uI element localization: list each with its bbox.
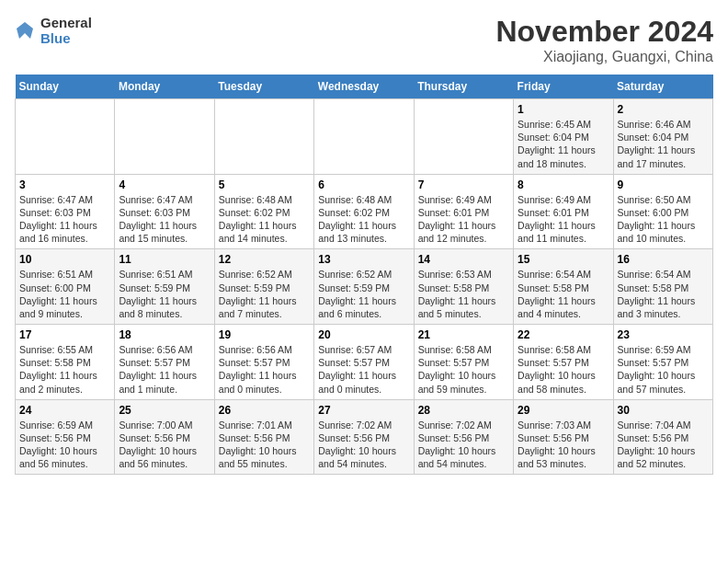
- day-info: Sunrise: 6:56 AM Sunset: 5:57 PM Dayligh…: [219, 343, 310, 396]
- svg-marker-0: [17, 22, 33, 39]
- day-number: 20: [318, 328, 409, 341]
- day-number: 9: [618, 178, 709, 191]
- calendar-cell: [314, 99, 414, 175]
- day-number: 5: [219, 178, 310, 191]
- calendar-cell: [414, 99, 513, 175]
- day-number: 12: [219, 253, 310, 266]
- day-info: Sunrise: 6:54 AM Sunset: 5:58 PM Dayligh…: [618, 268, 709, 320]
- calendar-cell: 8Sunrise: 6:49 AM Sunset: 6:01 PM Daylig…: [514, 174, 613, 249]
- day-info: Sunrise: 6:59 AM Sunset: 5:57 PM Dayligh…: [618, 343, 709, 396]
- logo-bird-icon: [15, 20, 35, 40]
- day-number: 14: [418, 253, 509, 266]
- logo: General Blue: [15, 15, 92, 47]
- calendar-week-2: 3Sunrise: 6:47 AM Sunset: 6:03 PM Daylig…: [16, 174, 713, 249]
- calendar-cell: [214, 99, 313, 175]
- day-info: Sunrise: 6:58 AM Sunset: 5:57 PM Dayligh…: [518, 343, 609, 396]
- calendar-cell: [16, 99, 115, 175]
- calendar-cell: 9Sunrise: 6:50 AM Sunset: 6:00 PM Daylig…: [613, 174, 712, 249]
- calendar-header: SundayMondayTuesdayWednesdayThursdayFrid…: [16, 75, 713, 99]
- day-info: Sunrise: 6:50 AM Sunset: 6:00 PM Dayligh…: [618, 193, 709, 246]
- day-number: 4: [119, 178, 210, 191]
- calendar-cell: 15Sunrise: 6:54 AM Sunset: 5:58 PM Dayli…: [514, 249, 613, 325]
- day-info: Sunrise: 6:47 AM Sunset: 6:03 PM Dayligh…: [19, 193, 110, 246]
- day-info: Sunrise: 6:56 AM Sunset: 5:57 PM Dayligh…: [119, 343, 210, 396]
- calendar-cell: 21Sunrise: 6:58 AM Sunset: 5:57 PM Dayli…: [414, 325, 513, 400]
- header-cell-friday: Friday: [514, 75, 613, 99]
- calendar-cell: 12Sunrise: 6:52 AM Sunset: 5:59 PM Dayli…: [214, 249, 313, 325]
- day-info: Sunrise: 6:51 AM Sunset: 6:00 PM Dayligh…: [19, 268, 110, 320]
- header-cell-monday: Monday: [115, 75, 214, 99]
- calendar-cell: 2Sunrise: 6:46 AM Sunset: 6:04 PM Daylig…: [613, 99, 712, 175]
- day-number: 7: [418, 178, 509, 191]
- day-info: Sunrise: 7:02 AM Sunset: 5:56 PM Dayligh…: [318, 419, 409, 471]
- calendar-week-3: 10Sunrise: 6:51 AM Sunset: 6:00 PM Dayli…: [16, 249, 713, 325]
- day-info: Sunrise: 6:47 AM Sunset: 6:03 PM Dayligh…: [119, 193, 210, 246]
- day-number: 11: [119, 253, 210, 266]
- calendar-cell: 10Sunrise: 6:51 AM Sunset: 6:00 PM Dayli…: [16, 249, 115, 325]
- day-number: 6: [318, 178, 409, 191]
- calendar-cell: 6Sunrise: 6:48 AM Sunset: 6:02 PM Daylig…: [314, 174, 414, 249]
- day-number: 17: [19, 328, 110, 341]
- day-info: Sunrise: 6:46 AM Sunset: 6:04 PM Dayligh…: [618, 118, 709, 170]
- day-info: Sunrise: 6:52 AM Sunset: 5:59 PM Dayligh…: [318, 268, 409, 320]
- calendar-cell: 23Sunrise: 6:59 AM Sunset: 5:57 PM Dayli…: [613, 325, 712, 400]
- header-cell-tuesday: Tuesday: [214, 75, 313, 99]
- calendar-cell: 19Sunrise: 6:56 AM Sunset: 5:57 PM Dayli…: [214, 325, 313, 400]
- logo-text-general: General: [40, 15, 92, 30]
- calendar-cell: 4Sunrise: 6:47 AM Sunset: 6:03 PM Daylig…: [115, 174, 214, 249]
- calendar-cell: 25Sunrise: 7:00 AM Sunset: 5:56 PM Dayli…: [115, 399, 214, 475]
- calendar-cell: 27Sunrise: 7:02 AM Sunset: 5:56 PM Dayli…: [314, 399, 414, 475]
- day-info: Sunrise: 6:51 AM Sunset: 5:59 PM Dayligh…: [119, 268, 210, 320]
- day-number: 26: [219, 404, 310, 417]
- day-number: 1: [518, 103, 609, 116]
- calendar-week-4: 17Sunrise: 6:55 AM Sunset: 5:58 PM Dayli…: [16, 325, 713, 400]
- day-number: 8: [518, 178, 609, 191]
- calendar-cell: 5Sunrise: 6:48 AM Sunset: 6:02 PM Daylig…: [214, 174, 313, 249]
- day-info: Sunrise: 7:00 AM Sunset: 5:56 PM Dayligh…: [119, 419, 210, 471]
- day-number: 3: [19, 178, 110, 191]
- day-info: Sunrise: 6:57 AM Sunset: 5:57 PM Dayligh…: [318, 343, 409, 396]
- logo-graphic: [15, 20, 35, 40]
- day-info: Sunrise: 6:59 AM Sunset: 5:56 PM Dayligh…: [19, 419, 110, 471]
- calendar-cell: 17Sunrise: 6:55 AM Sunset: 5:58 PM Dayli…: [16, 325, 115, 400]
- day-info: Sunrise: 6:45 AM Sunset: 6:04 PM Dayligh…: [518, 118, 609, 170]
- day-number: 15: [518, 253, 609, 266]
- day-number: 29: [518, 404, 609, 417]
- day-number: 10: [19, 253, 110, 266]
- header-row: SundayMondayTuesdayWednesdayThursdayFrid…: [16, 75, 713, 99]
- day-info: Sunrise: 7:02 AM Sunset: 5:56 PM Dayligh…: [418, 419, 509, 471]
- day-number: 27: [318, 404, 409, 417]
- day-info: Sunrise: 6:54 AM Sunset: 5:58 PM Dayligh…: [518, 268, 609, 320]
- header-cell-thursday: Thursday: [414, 75, 513, 99]
- calendar-cell: 18Sunrise: 6:56 AM Sunset: 5:57 PM Dayli…: [115, 325, 214, 400]
- calendar-cell: 14Sunrise: 6:53 AM Sunset: 5:58 PM Dayli…: [414, 249, 513, 325]
- calendar-cell: 20Sunrise: 6:57 AM Sunset: 5:57 PM Dayli…: [314, 325, 414, 400]
- day-info: Sunrise: 6:52 AM Sunset: 5:59 PM Dayligh…: [219, 268, 310, 320]
- day-number: 21: [418, 328, 509, 341]
- calendar-cell: 29Sunrise: 7:03 AM Sunset: 5:56 PM Dayli…: [514, 399, 613, 475]
- day-number: 2: [618, 103, 709, 116]
- day-number: 18: [119, 328, 210, 341]
- day-number: 24: [19, 404, 110, 417]
- calendar-subtitle: Xiaojiang, Guangxi, China: [495, 49, 713, 65]
- day-info: Sunrise: 6:48 AM Sunset: 6:02 PM Dayligh…: [318, 193, 409, 246]
- day-number: 19: [219, 328, 310, 341]
- day-info: Sunrise: 6:49 AM Sunset: 6:01 PM Dayligh…: [518, 193, 609, 246]
- day-number: 23: [618, 328, 709, 341]
- calendar-cell: 28Sunrise: 7:02 AM Sunset: 5:56 PM Dayli…: [414, 399, 513, 475]
- day-info: Sunrise: 7:03 AM Sunset: 5:56 PM Dayligh…: [518, 419, 609, 471]
- calendar-title: November 2024: [495, 15, 713, 49]
- day-number: 30: [618, 404, 709, 417]
- calendar-body: 1Sunrise: 6:45 AM Sunset: 6:04 PM Daylig…: [16, 99, 713, 475]
- day-number: 13: [318, 253, 409, 266]
- calendar-cell: 1Sunrise: 6:45 AM Sunset: 6:04 PM Daylig…: [514, 99, 613, 175]
- calendar-cell: 16Sunrise: 6:54 AM Sunset: 5:58 PM Dayli…: [613, 249, 712, 325]
- calendar-week-1: 1Sunrise: 6:45 AM Sunset: 6:04 PM Daylig…: [16, 99, 713, 175]
- day-info: Sunrise: 6:55 AM Sunset: 5:58 PM Dayligh…: [19, 343, 110, 396]
- header-cell-saturday: Saturday: [613, 75, 712, 99]
- calendar-cell: 22Sunrise: 6:58 AM Sunset: 5:57 PM Dayli…: [514, 325, 613, 400]
- header-cell-wednesday: Wednesday: [314, 75, 414, 99]
- day-info: Sunrise: 6:58 AM Sunset: 5:57 PM Dayligh…: [418, 343, 509, 396]
- day-info: Sunrise: 7:04 AM Sunset: 5:56 PM Dayligh…: [618, 419, 709, 471]
- header-cell-sunday: Sunday: [16, 75, 115, 99]
